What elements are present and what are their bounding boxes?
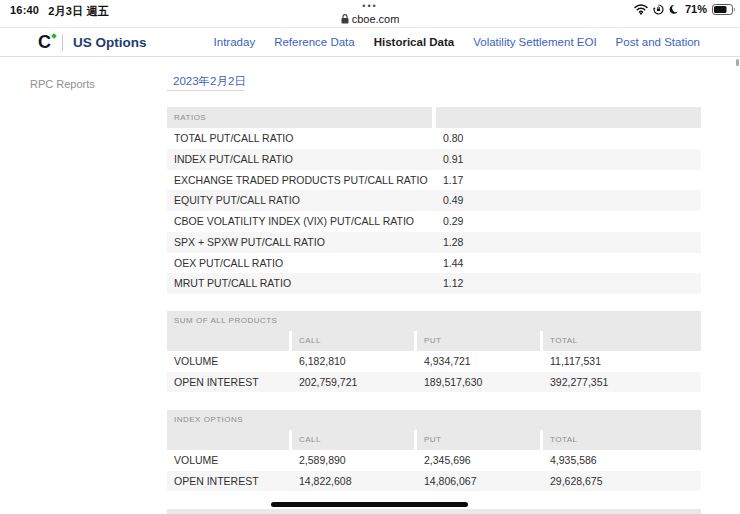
nav-link-historical-data[interactable]: Historical Data <box>374 36 455 48</box>
total-value: 4,935,586 <box>543 450 701 471</box>
next-table-header-partial <box>167 509 701 514</box>
wifi-icon <box>634 4 648 15</box>
ratios-header-label: RATIOS <box>167 107 432 128</box>
cboe-logo-c: C <box>38 33 50 51</box>
put-value: 2,345,696 <box>417 450 540 471</box>
nav-link-intraday[interactable]: Intraday <box>214 36 256 48</box>
table-row: VOLUME 2,589,890 2,345,696 4,935,586 <box>167 450 701 471</box>
battery-percentage: 71% <box>685 3 707 15</box>
column-header-total: TOTAL <box>543 331 701 351</box>
call-value: 6,182,810 <box>292 351 414 372</box>
row-label: VOLUME <box>167 351 289 372</box>
column-header-total: TOTAL <box>543 430 701 450</box>
home-indicator[interactable] <box>271 502 468 507</box>
table-row: EQUITY PUT/CALL RATIO 0.49 <box>167 190 701 211</box>
row-label: EXCHANGE TRADED PRODUCTS PUT/CALL RATIO <box>167 170 432 191</box>
column-header-put: PUT <box>417 430 540 450</box>
screen: 16:40 2月3日 週五 ••• cboe.com <box>0 0 740 514</box>
status-icons: 71% <box>634 3 736 15</box>
row-value: 1.44 <box>436 253 701 274</box>
nav-link-post-and-station[interactable]: Post and Station <box>616 36 700 48</box>
browser-menu-icon[interactable]: ••• <box>0 2 740 11</box>
scrollbar-thumb[interactable] <box>736 59 739 66</box>
ratios-header-value-cell <box>436 107 701 128</box>
row-label: EQUITY PUT/CALL RATIO <box>167 190 432 211</box>
table-row: OPEN INTEREST 202,759,721 189,517,630 39… <box>167 372 701 393</box>
table-row: SPX + SPXW PUT/CALL RATIO 1.28 <box>167 232 701 253</box>
table-row: VOLUME 6,182,810 4,934,721 11,117,531 <box>167 351 701 372</box>
orientation-lock-icon <box>653 4 664 15</box>
row-value: 1.28 <box>436 232 701 253</box>
column-header-call: CALL <box>292 430 414 450</box>
call-value: 2,589,890 <box>292 450 414 471</box>
row-label: TOTAL PUT/CALL RATIO <box>167 128 432 149</box>
total-value: 29,628,675 <box>543 471 701 492</box>
row-label: INDEX PUT/CALL RATIO <box>167 149 432 170</box>
battery-icon <box>712 4 736 15</box>
column-header-blank <box>167 331 289 351</box>
nav-link-volatility-settlement-eoi[interactable]: Volatility Settlement EOI <box>473 36 596 48</box>
total-value: 392,277,351 <box>543 372 701 393</box>
do-not-disturb-moon-icon <box>669 4 680 15</box>
table-row: INDEX PUT/CALL RATIO 0.91 <box>167 149 701 170</box>
status-bar: 16:40 2月3日 週五 ••• cboe.com <box>0 0 740 27</box>
row-label: OPEN INTEREST <box>167 372 289 393</box>
table-row: CBOE VOLATILITY INDEX (VIX) PUT/CALL RAT… <box>167 211 701 232</box>
row-label: OEX PUT/CALL RATIO <box>167 253 432 274</box>
column-header-call: CALL <box>292 331 414 351</box>
table-row: EXCHANGE TRADED PRODUCTS PUT/CALL RATIO … <box>167 170 701 191</box>
row-value: 0.49 <box>436 190 701 211</box>
sum-table-column-headers: CALL PUT TOTAL <box>167 331 701 351</box>
site-nav-bar: C US Options Intraday Reference Data His… <box>0 28 740 57</box>
index-options-table: INDEX OPTIONS CALL PUT TOTAL VOLUME 2,58… <box>167 410 701 491</box>
table-row: OPEN INTEREST 14,822,608 14,806,067 29,6… <box>167 471 701 492</box>
row-value: 0.80 <box>436 128 701 149</box>
row-label: VOLUME <box>167 450 289 471</box>
ratios-table-header: RATIOS <box>167 107 701 128</box>
row-label: CBOE VOLATILITY INDEX (VIX) PUT/CALL RAT… <box>167 211 432 232</box>
column-header-blank <box>167 430 289 450</box>
nav-links: Intraday Reference Data Historical Data … <box>214 36 700 48</box>
ratios-table: RATIOS TOTAL PUT/CALL RATIO 0.80 INDEX P… <box>167 107 701 294</box>
browser-chrome: ••• cboe.com <box>0 0 740 25</box>
table-row: MRUT PUT/CALL RATIO 1.12 <box>167 273 701 294</box>
total-value: 11,117,531 <box>543 351 701 372</box>
sidebar-item-rpc-reports[interactable]: RPC Reports <box>30 78 95 90</box>
row-value: 0.29 <box>436 211 701 232</box>
call-value: 14,822,608 <box>292 471 414 492</box>
address-bar[interactable]: cboe.com <box>0 13 740 25</box>
put-value: 189,517,630 <box>417 372 540 393</box>
call-value: 202,759,721 <box>292 372 414 393</box>
table-row: TOTAL PUT/CALL RATIO 0.80 <box>167 128 701 149</box>
put-value: 4,934,721 <box>417 351 540 372</box>
cboe-logo[interactable]: C <box>38 33 50 51</box>
nav-link-reference-data[interactable]: Reference Data <box>274 36 355 48</box>
row-label: OPEN INTEREST <box>167 471 289 492</box>
index-table-title: INDEX OPTIONS <box>167 410 701 430</box>
column-header-put: PUT <box>417 331 540 351</box>
put-value: 14,806,067 <box>417 471 540 492</box>
nav-divider <box>62 34 63 51</box>
row-label: MRUT PUT/CALL RATIO <box>167 273 432 294</box>
table-row: OEX PUT/CALL RATIO 1.44 <box>167 253 701 274</box>
sum-of-all-products-table: SUM OF ALL PRODUCTS CALL PUT TOTAL VOLUM… <box>167 311 701 392</box>
row-value: 1.17 <box>436 170 701 191</box>
url-text: cboe.com <box>352 13 400 25</box>
row-value: 1.12 <box>436 273 701 294</box>
sum-table-title: SUM OF ALL PRODUCTS <box>167 311 701 331</box>
date-picker[interactable]: 2023年2月2日 <box>167 73 244 91</box>
cboe-logo-green-mark-icon <box>51 33 57 39</box>
row-value: 0.91 <box>436 149 701 170</box>
row-label: SPX + SPXW PUT/CALL RATIO <box>167 232 432 253</box>
lock-icon <box>341 14 349 24</box>
index-table-column-headers: CALL PUT TOTAL <box>167 430 701 450</box>
site-title: US Options <box>73 35 147 50</box>
date-value: 2023年2月2日 <box>173 74 246 89</box>
